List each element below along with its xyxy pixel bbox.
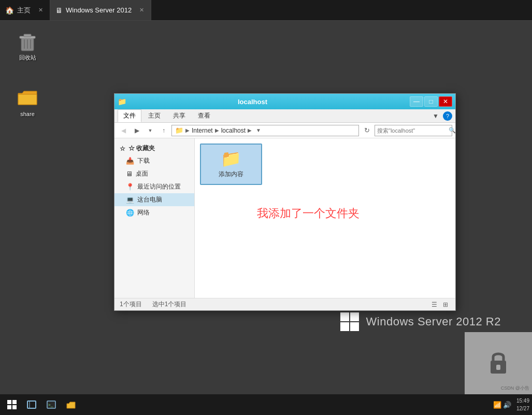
ribbon-tab-view[interactable]: 查看 (192, 109, 216, 122)
tab-windows-server[interactable]: 🖥 Windows Server 2012 ✕ (50, 0, 151, 20)
address-bar: ◀ ▶ ▼ ↑ 📁 ▶ Internet ▶ localhost ▶ ▼ ↻ 🔍 (114, 123, 455, 138)
path-localhost: localhost (221, 127, 246, 134)
lock-icon (485, 348, 511, 379)
ribbon-menu: 文件 主页 共享 查看 ▼ ? (114, 109, 455, 123)
share-folder-image (17, 88, 38, 109)
close-button[interactable]: ✕ (439, 96, 452, 107)
taskbar-bottom: >_ 📶 🔊 15:49 12/27 (0, 394, 532, 415)
tab-home-close[interactable]: ✕ (37, 6, 45, 14)
taskbar-terminal-button[interactable]: >_ (42, 395, 61, 414)
volume-tray-icon: 🔊 (503, 401, 511, 409)
explorer-title: localhost (97, 98, 408, 106)
date-text: 12/27 (516, 405, 529, 412)
explorer-statusbar: 1个项目 选中1个项目 ☰ ⊞ (114, 298, 455, 310)
explorer-titlebar: 📁 localhost — □ ✕ (114, 94, 455, 109)
forward-button[interactable]: ▶ (131, 125, 142, 136)
sidebar-downloads[interactable]: 📥 下载 (114, 154, 194, 167)
recycle-bin-label: 回收站 (19, 54, 36, 62)
sidebar-desktop[interactable]: 🖥 桌面 (114, 167, 194, 180)
start-button[interactable] (3, 395, 21, 414)
lock-area[interactable]: CSDN @小告 (465, 332, 532, 394)
time-text: 15:49 (516, 397, 529, 405)
windows-logo-icon (339, 311, 360, 332)
recycle-bin-image (17, 31, 38, 52)
search-input[interactable] (377, 127, 449, 134)
back-button[interactable]: ◀ (118, 125, 129, 136)
explorer-content: 📁 添加内容 我添加了一个文件夹 (195, 138, 455, 298)
folder-label: 添加内容 (219, 170, 243, 179)
sidebar-network[interactable]: 🌐 网络 (114, 206, 194, 219)
svg-rect-12 (7, 400, 11, 404)
view-details-button[interactable]: ☰ (429, 300, 439, 309)
statusbar-right: ☰ ⊞ (429, 300, 450, 309)
explorer-sidebar: ☆ ☆ 收藏夹 📥 下载 🖥 桌面 📍 最近访问的位置 💻 这台电脑 (114, 138, 195, 298)
recycle-bin-icon[interactable]: 回收站 (9, 31, 46, 62)
refresh-button[interactable]: ↻ (361, 125, 372, 136)
folder-icon: 📁 (221, 149, 241, 168)
recent-label: 最近访问的位置 (137, 182, 181, 191)
svg-rect-6 (340, 312, 349, 321)
tab-windows-label: Windows Server 2012 (66, 6, 132, 14)
share-label: share (20, 111, 35, 117)
favorites-star-icon: ☆ (120, 145, 125, 152)
windows-server-text: Windows Server 2012 R2 (366, 315, 501, 328)
path-folder-icon: 📁 (175, 126, 183, 134)
ribbon-tab-share[interactable]: 共享 (167, 109, 191, 122)
windows-server-logo: Windows Server 2012 R2 (339, 311, 501, 332)
svg-rect-16 (27, 401, 36, 408)
ribbon-collapse-icon[interactable]: ▼ (430, 112, 441, 120)
svg-rect-15 (12, 405, 17, 409)
search-box[interactable]: 🔍 (375, 125, 452, 136)
svg-rect-8 (340, 322, 349, 331)
downloads-icon: 📥 (126, 157, 134, 165)
sidebar-recent[interactable]: 📍 最近访问的位置 (114, 180, 194, 193)
tab-server-close[interactable]: ✕ (138, 6, 146, 14)
sidebar-this-pc[interactable]: 💻 这台电脑 (114, 193, 194, 206)
network-tray-icon: 📶 (493, 401, 501, 409)
desktop-icon-small: 🖥 (126, 170, 133, 178)
server-icon: 🖥 (55, 6, 63, 15)
svg-text:>_: >_ (48, 403, 53, 407)
window-controls: — □ ✕ (410, 96, 452, 107)
ribbon-tab-file[interactable]: 文件 (118, 109, 141, 122)
svg-rect-2 (24, 34, 31, 37)
maximize-button[interactable]: □ (424, 96, 438, 107)
taskbar-files-button[interactable] (22, 395, 41, 414)
network-label: 网络 (137, 208, 150, 217)
minimize-button[interactable]: — (410, 96, 423, 107)
svg-rect-13 (12, 400, 17, 404)
dropdown-button[interactable]: ▼ (145, 125, 156, 136)
favorites-header: ☆ ☆ 收藏夹 (114, 142, 194, 154)
up-button[interactable]: ↑ (158, 125, 169, 136)
tab-home[interactable]: 🏠 主页 ✕ (0, 0, 50, 20)
system-tray: 📶 🔊 (493, 401, 515, 409)
explorer-body: ☆ ☆ 收藏夹 📥 下载 🖥 桌面 📍 最近访问的位置 💻 这台电脑 (114, 138, 455, 298)
view-large-button[interactable]: ⊞ (441, 300, 450, 309)
svg-rect-9 (350, 322, 359, 331)
browser-tabs: 🏠 主页 ✕ 🖥 Windows Server 2012 ✕ (0, 0, 532, 21)
csdn-watermark: CSDN @小告 (501, 385, 529, 392)
recent-icon: 📍 (126, 183, 134, 191)
network-icon: 🌐 (126, 209, 134, 217)
svg-rect-14 (7, 405, 11, 409)
address-path[interactable]: 📁 ▶ Internet ▶ localhost ▶ ▼ (171, 125, 359, 136)
tab-home-label: 主页 (17, 6, 31, 15)
annotation-text: 我添加了一个文件夹 (257, 206, 360, 221)
home-icon: 🏠 (5, 6, 14, 15)
ribbon-right: ▼ ? (430, 111, 452, 121)
folder-item[interactable]: 📁 添加内容 (200, 144, 262, 185)
search-icon[interactable]: 🔍 (449, 127, 456, 134)
explorer-window: 📁 localhost — □ ✕ 文件 主页 共享 查看 ▼ ? ◀ ▶ ▼ … (114, 93, 456, 311)
ribbon-tab-home[interactable]: 主页 (142, 109, 166, 122)
downloads-label: 下载 (137, 156, 150, 165)
this-pc-label: 这台电脑 (137, 195, 162, 204)
tray-icons: 📶 🔊 (493, 401, 511, 409)
selected-count: 选中1个项目 (152, 300, 187, 309)
clock-display: 15:49 12/27 (516, 397, 529, 412)
ribbon-help-button[interactable]: ? (443, 111, 452, 121)
taskbar-explorer-button[interactable] (62, 395, 80, 414)
pc-icon: 💻 (126, 196, 134, 204)
share-folder-icon[interactable]: share (9, 88, 46, 117)
desktop: 回收站 share Windows Server 2012 R2 (0, 21, 532, 394)
path-dropdown-icon[interactable]: ▼ (254, 127, 263, 133)
